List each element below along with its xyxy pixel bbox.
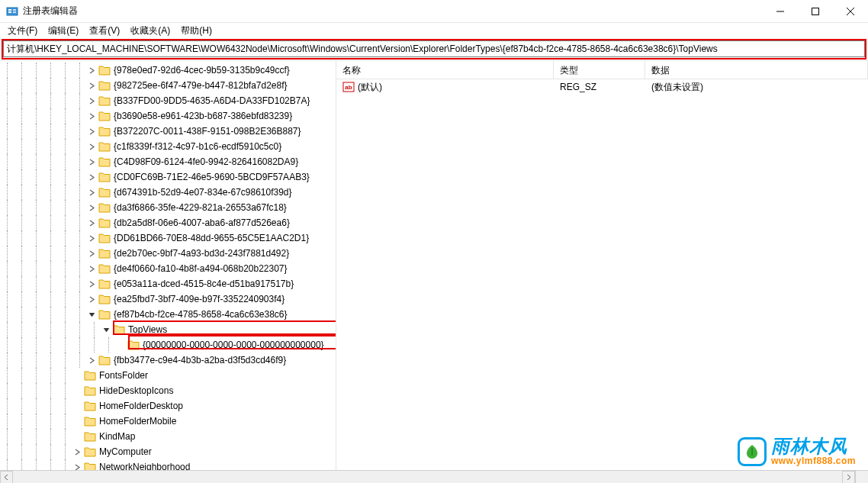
chevron-right-icon[interactable] (87, 356, 97, 365)
folder-icon (98, 309, 111, 320)
tree-item[interactable]: {00000000-0000-0000-0000-000000000000} (0, 337, 336, 353)
tree-item[interactable]: {b3690e58-e961-423b-b687-386ebfd83239} (0, 108, 336, 124)
tree-item[interactable]: {da3f6866-35fe-4229-821a-26553a67fc18} (0, 200, 336, 215)
tree-item[interactable]: {DD61BD66-70E8-48dd-9655-65C5E1AAC2D1} (0, 230, 336, 246)
tree-item-label: HomeFolderMobile (99, 416, 176, 427)
chevron-right-icon[interactable] (87, 96, 97, 106)
address-input[interactable] (3, 40, 865, 57)
tree-item[interactable]: {e053a11a-dced-4515-8c4e-d51ba917517b} (0, 276, 336, 291)
folder-icon (98, 141, 111, 152)
string-value-icon: ab (342, 81, 355, 93)
list-header: 名称 类型 数据 (336, 61, 868, 79)
folder-icon (98, 187, 111, 198)
minimize-button[interactable] (763, 0, 798, 23)
folder-icon (98, 111, 111, 121)
folder-icon (84, 385, 96, 396)
tree-item[interactable]: {ea25fbd7-3bf7-409e-b97f-3352240903f4} (0, 291, 336, 307)
chevron-right-icon[interactable] (87, 188, 97, 198)
tree-item[interactable]: {C4D98F09-6124-4fe0-9942-826416082DA9} (0, 154, 336, 169)
tree-item-label: {db2a5d8f-06e6-4007-aba6-af877d526ea6} (114, 217, 290, 228)
tree-item[interactable]: {d674391b-52d9-4e07-834e-67c98610f39d} (0, 185, 336, 200)
folder-icon (98, 172, 111, 182)
tree-item-label: {982725ee-6f47-479e-b447-812bfa7d2e8f} (114, 80, 288, 91)
chevron-right-icon[interactable] (87, 295, 97, 304)
tree-item[interactable]: {978e0ed7-92d6-4cec-9b59-3135b9c49ccf} (0, 63, 336, 78)
chevron-right-icon[interactable] (87, 157, 97, 167)
svg-rect-2 (8, 11, 11, 13)
chevron-right-icon[interactable] (87, 66, 97, 76)
tree-item[interactable]: HomeFolderDesktop (0, 398, 336, 414)
horizontal-scrollbar[interactable] (0, 470, 868, 483)
value-data: (数值未设置) (645, 79, 868, 95)
chevron-right-icon[interactable] (87, 172, 97, 182)
tree-item[interactable]: FontsFolder (0, 368, 336, 383)
tree-item[interactable]: {B337FD00-9DD5-4635-A6D4-DA33FD102B7A} (0, 93, 336, 108)
tree-item[interactable]: {fbb3477e-c9e4-4b3b-a2ba-d3f5d3cd46f9} (0, 353, 336, 368)
chevron-down-icon[interactable] (101, 325, 111, 335)
tree-item[interactable]: HomeFolderMobile (0, 414, 336, 429)
folder-icon (84, 446, 96, 457)
tree-item[interactable]: {982725ee-6f47-479e-b447-812bfa7d2e8f} (0, 78, 336, 93)
scroll-right-button[interactable] (842, 471, 855, 483)
chevron-right-icon[interactable] (87, 233, 97, 243)
menu-file[interactable]: 文件(F) (3, 23, 42, 39)
folder-icon (98, 248, 111, 259)
folder-icon (98, 294, 111, 304)
chevron-right-icon[interactable] (87, 218, 97, 228)
chevron-right-icon[interactable] (87, 142, 97, 152)
menu-favorites[interactable]: 收藏夹(A) (126, 23, 175, 39)
column-header-type[interactable]: 类型 (554, 61, 645, 79)
tree-item[interactable]: {ef87b4cb-f2ce-4785-8658-4ca6c63e38c6} (0, 307, 336, 322)
chevron-right-icon[interactable] (72, 447, 82, 457)
folder-icon (98, 263, 111, 274)
tree-item-label: {978e0ed7-92d6-4cec-9b59-3135b9c49ccf} (114, 65, 290, 76)
chevron-right-icon[interactable] (87, 264, 97, 274)
window-title: 注册表编辑器 (23, 5, 763, 18)
tree-item-label: {c1f8339f-f312-4c97-b1c6-ecdf5910c5c0} (114, 141, 281, 152)
tree-item[interactable]: HideDesktopIcons (0, 383, 336, 398)
tree-item-label: {de2b70ec-9bf7-4a93-bd3d-243f7881d492} (114, 248, 289, 259)
chevron-right-icon[interactable] (87, 127, 97, 137)
folder-icon (98, 233, 111, 243)
tree-item[interactable]: {B372207C-0011-438F-9151-098B2E36B887} (0, 124, 336, 139)
tree-item-label: {B372207C-0011-438F-9151-098B2E36B887} (114, 126, 301, 137)
chevron-right-icon[interactable] (87, 279, 97, 289)
tree-item-label: {C4D98F09-6124-4fe0-9942-826416082DA9} (114, 156, 298, 167)
tree-item[interactable]: {c1f8339f-f312-4c97-b1c6-ecdf5910c5c0} (0, 139, 336, 154)
tree-item[interactable]: {de4f0660-fa10-4b8f-a494-068b20b22307} (0, 261, 336, 276)
column-header-name[interactable]: 名称 (336, 61, 554, 79)
folder-icon (98, 126, 111, 137)
close-button[interactable] (833, 0, 868, 23)
menu-edit[interactable]: 编辑(E) (43, 23, 83, 39)
chevron-right-icon[interactable] (87, 249, 97, 259)
folder-icon (98, 95, 111, 106)
tree-item[interactable]: {de2b70ec-9bf7-4a93-bd3d-243f7881d492} (0, 246, 336, 261)
scroll-track[interactable] (13, 471, 842, 483)
tree-item[interactable]: KindMap (0, 429, 336, 444)
tree-item-label: FontsFolder (99, 370, 148, 381)
chevron-right-icon[interactable] (87, 203, 97, 213)
menu-help[interactable]: 帮助(H) (176, 23, 217, 39)
list-pane[interactable]: 名称 类型 数据 ab(默认)REG_SZ(数值未设置) (336, 61, 868, 472)
tree-item-label: {ea25fbd7-3bf7-409e-b97f-3352240903f4} (114, 294, 285, 304)
menu-view[interactable]: 查看(V) (85, 23, 124, 39)
tree-item-label: {b3690e58-e961-423b-b687-386ebfd83239} (114, 111, 292, 121)
chevron-right-icon[interactable] (87, 111, 97, 121)
column-header-data[interactable]: 数据 (645, 61, 868, 79)
tree-pane[interactable]: {978e0ed7-92d6-4cec-9b59-3135b9c49ccf}{9… (0, 61, 336, 472)
tree-item-label: {da3f6866-35fe-4229-821a-26553a67fc18} (114, 202, 287, 213)
svg-rect-3 (13, 9, 16, 11)
tree-item[interactable]: {db2a5d8f-06e6-4007-aba6-af877d526ea6} (0, 215, 336, 230)
list-row[interactable]: ab(默认)REG_SZ(数值未设置) (336, 79, 868, 95)
chevron-right-icon[interactable] (87, 81, 97, 91)
resize-grip[interactable] (855, 471, 868, 483)
folder-icon (98, 217, 111, 228)
folder-icon (84, 370, 96, 381)
maximize-button[interactable] (798, 0, 833, 23)
tree-item-label: HomeFolderDesktop (99, 401, 183, 411)
chevron-down-icon[interactable] (87, 310, 97, 320)
tree-item[interactable]: MyComputer (0, 444, 336, 459)
tree-item[interactable]: TopViews (0, 322, 336, 337)
scroll-left-button[interactable] (0, 471, 13, 483)
tree-item[interactable]: {CD0FC69B-71E2-46e5-9690-5BCD9F57AAB3} (0, 169, 336, 185)
